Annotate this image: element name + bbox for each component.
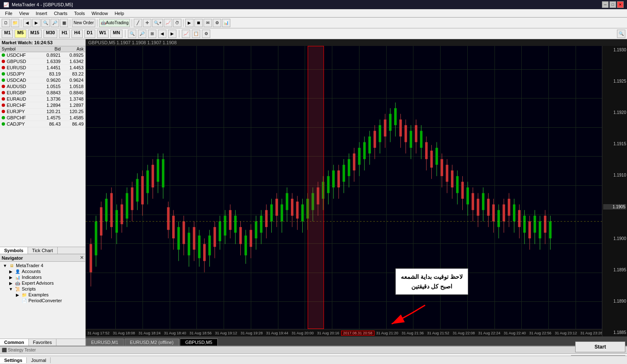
tree-expert-advisors[interactable]: ▶ 🤖 Expert Advisors xyxy=(1,280,84,286)
period-d1[interactable]: D1 xyxy=(84,30,95,38)
zoom-in-button[interactable]: 🔍 xyxy=(41,19,50,27)
menu-charts[interactable]: Charts xyxy=(51,10,71,17)
market-watch-row-gbpusd[interactable]: GBPUSD1.63391.6342 xyxy=(0,58,85,65)
menu-help[interactable]: Help xyxy=(111,10,127,17)
open-button[interactable]: 📁 xyxy=(11,19,19,27)
scroll-right[interactable]: ▶ xyxy=(168,30,176,38)
zoom-chart-out[interactable]: 🔎 xyxy=(138,30,146,38)
bid-price: 1.6339 xyxy=(38,59,61,64)
indicators-toolbar[interactable]: 📈 xyxy=(182,30,190,38)
magnifier-tool[interactable]: 🔍+ xyxy=(152,19,163,27)
tpl-button[interactable]: 📋 xyxy=(192,30,200,38)
expert-start[interactable]: ▶ xyxy=(185,19,194,27)
market-watch-row-eurchf[interactable]: EURCHF1.28941.2897 xyxy=(0,102,85,109)
period-sep-button[interactable]: ⏱ xyxy=(173,19,181,27)
chart-tab-eurusd-m1[interactable]: EURUSD,M1 xyxy=(86,339,124,346)
title-bar-left: 📈 MetaTrader 4 - [GBPUSD,M5] xyxy=(3,2,73,8)
tree-accounts[interactable]: ▶ 👤 Accounts xyxy=(1,268,84,274)
period-m5[interactable]: M5 xyxy=(15,30,26,38)
separator2 xyxy=(70,19,70,27)
scale-fix-button[interactable]: ⊞ xyxy=(148,30,156,38)
expert-stop[interactable]: ⏹ xyxy=(194,19,203,27)
scroll-left[interactable]: ◀ xyxy=(158,30,166,38)
market-watch-row-usdjpy[interactable]: USDJPY83.1983.22 xyxy=(0,71,85,77)
zoom-chart-in[interactable]: 🔍 xyxy=(128,30,136,38)
period-m15[interactable]: M15 xyxy=(28,30,42,38)
bid-price: 0.8921 xyxy=(38,53,61,58)
period-h1[interactable]: H1 xyxy=(59,30,70,38)
market-watch-row-euraud[interactable]: EURAUD1.37361.3748 xyxy=(0,96,85,102)
time-19: 31 Aug 23:28 xyxy=(579,331,602,335)
market-watch-title: Market Watch: 16:24:53 xyxy=(2,40,53,45)
market-watch-row-eurgbp[interactable]: EURGBP0.88430.8846 xyxy=(0,90,85,96)
menu-file[interactable]: File xyxy=(2,10,16,17)
period-m1[interactable]: M1 xyxy=(2,30,13,38)
sep2 xyxy=(179,30,179,38)
new-order-button[interactable]: New Order xyxy=(72,19,95,27)
tab-symbols[interactable]: Symbols xyxy=(0,247,28,254)
minimize-button[interactable]: ─ xyxy=(602,1,609,8)
menu-tools[interactable]: Tools xyxy=(71,10,88,17)
tree-metatrader4[interactable]: ▼ 🖥 MetaTrader 4 xyxy=(1,263,84,268)
autotrading-button[interactable]: 🤖 AutoTrading xyxy=(99,19,130,27)
navigator-close-button[interactable]: ✕ xyxy=(80,255,84,260)
chart-tab-eurusd-m2[interactable]: EURUSD,M2 (offline) xyxy=(125,339,179,346)
svg-rect-27 xyxy=(157,159,159,182)
svg-rect-101 xyxy=(348,159,350,176)
time-7: 31 Aug 19:28 xyxy=(239,331,264,335)
bid-price: 0.9620 xyxy=(38,78,61,83)
more-tools[interactable]: ⚙ xyxy=(202,30,210,38)
market-watch-row-cadjpy[interactable]: CADJPY86.4386.49 xyxy=(0,121,85,127)
tree-scripts[interactable]: ▼ 📜 Scripts xyxy=(1,286,84,292)
menu-view[interactable]: View xyxy=(16,10,33,17)
market-watch-row-usdchf[interactable]: USDCHF0.89210.8925 xyxy=(0,52,85,58)
period-m30[interactable]: M30 xyxy=(43,30,57,38)
start-button[interactable]: Start xyxy=(575,341,625,352)
svg-rect-147 xyxy=(466,187,469,205)
period-h4[interactable]: H4 xyxy=(71,30,82,38)
search-input-toolbar[interactable]: 🔍 xyxy=(617,30,625,38)
market-watch-row-eurusd[interactable]: EURUSD1.44511.4453 xyxy=(0,65,85,71)
indicator-button[interactable]: 📈 xyxy=(164,19,172,27)
period-w1[interactable]: W1 xyxy=(97,30,109,38)
computer-icon: 🖥 xyxy=(8,263,15,268)
tester-tab-journal[interactable]: Journal xyxy=(27,357,51,363)
history-button[interactable]: 📊 xyxy=(222,19,230,27)
menu-insert[interactable]: Insert xyxy=(32,10,51,17)
status-dot xyxy=(2,78,5,82)
zoom-out-button[interactable]: 🔎 xyxy=(51,19,59,27)
tree-indicators[interactable]: ▶ 📊 Indicators xyxy=(1,274,84,280)
market-watch-row-audusd[interactable]: AUDUSD1.05151.0518 xyxy=(0,83,85,90)
menu-window[interactable]: Window xyxy=(88,10,111,17)
highlighted-timestamp-bar xyxy=(308,46,324,329)
back-button[interactable]: ◀ xyxy=(23,19,31,27)
tree-label-mt4: MetaTrader 4 xyxy=(16,263,43,268)
market-watch-row-usdcad[interactable]: USDCAD0.96200.9624 xyxy=(0,77,85,83)
svg-rect-45 xyxy=(203,244,206,261)
tab-tick-chart[interactable]: Tick Chart xyxy=(28,247,58,254)
price-1510: 1.1910 xyxy=(603,173,626,177)
nav-tab-favorites[interactable]: Favorites xyxy=(29,339,56,346)
chart-tab-gbpusd-m5[interactable]: GBPUSD,M5 xyxy=(180,339,218,346)
crosshair-tool[interactable]: ✛ xyxy=(143,19,151,27)
new-button[interactable]: 🗋 xyxy=(2,19,10,27)
tree-examples[interactable]: ▶ 📁 Examples xyxy=(1,292,84,298)
nav-tab-common[interactable]: Common xyxy=(0,339,29,346)
forward-button[interactable]: ▶ xyxy=(32,19,41,27)
close-button[interactable]: ✕ xyxy=(617,1,624,8)
tree-period-converter[interactable]: 📄 PeriodConverter xyxy=(1,298,84,303)
email-button[interactable]: ✉ xyxy=(204,19,212,27)
market-watch-row-eurjpy[interactable]: EURJPY120.21120.25 xyxy=(0,109,85,115)
maximize-button[interactable]: □ xyxy=(609,1,616,8)
bid-price: 1.0515 xyxy=(38,84,61,89)
tree-label-examples: Examples xyxy=(28,292,48,297)
tester-tab-settings[interactable]: Settings xyxy=(0,357,27,363)
symbol-name: GBPUSD xyxy=(7,59,38,64)
line-tool[interactable]: ╱ xyxy=(134,19,142,27)
bar-chart-button[interactable]: ▦ xyxy=(60,19,68,27)
market-watch-row-gbpchf[interactable]: GBPCHF1.45751.4585 xyxy=(0,115,85,121)
price-1895: 1.1895 xyxy=(603,268,626,272)
settings-button[interactable]: ⚙ xyxy=(213,19,221,27)
svg-rect-103 xyxy=(353,154,355,171)
period-mn[interactable]: MN xyxy=(110,30,122,38)
